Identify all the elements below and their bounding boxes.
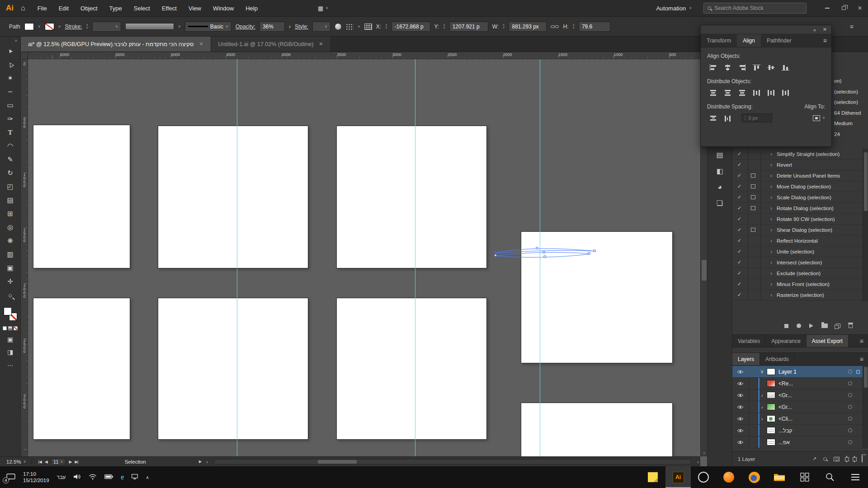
scroll-right-arrow[interactable]: › [696,459,700,465]
action-item[interactable]: ✓ › Delete Unused Panel Items [732,170,863,181]
action-check-icon[interactable]: ✓ [737,281,748,287]
action-check-icon[interactable]: ✓ [737,194,748,200]
expand-chevron-icon[interactable]: › [770,270,777,277]
x-stepper[interactable]: ∧∨ [385,24,387,29]
layer-row[interactable]: ...קבל [732,425,863,436]
visibility-toggle-icon[interactable] [732,440,748,445]
first-artboard-button[interactable]: |◀ [38,460,41,464]
action-check-icon[interactable]: ✓ [737,183,748,189]
panel-flyout-icon[interactable]: ≡ [823,37,831,44]
artboard[interactable] [158,298,308,440]
align-options-icon[interactable] [346,23,354,30]
layers-scrollbar[interactable] [863,366,868,448]
panel-flyout-icon[interactable]: ≡ [860,338,868,345]
chevron-down-icon[interactable]: ∨ [58,25,61,28]
artboard[interactable] [336,298,487,440]
expand-chevron-icon[interactable]: ∨ [759,369,765,375]
action-check-icon[interactable]: ✓ [737,216,748,222]
type-tool[interactable]: T [0,126,21,139]
direct-selection-tool[interactable]: ▷ [0,58,21,71]
record-action-button[interactable] [797,324,801,328]
y-field[interactable]: 1207.921 p [449,22,488,32]
opacity-flyout-icon[interactable]: › [289,23,291,30]
expand-chevron-icon[interactable]: › [770,205,777,211]
panel-tab[interactable]: Pathfinder [761,34,797,47]
stroke-label[interactable]: Stroke: [65,23,82,30]
symbols-panel-icon[interactable]: ◕ [717,183,722,191]
layer-name[interactable]: <Cli... [778,416,848,422]
artboard[interactable] [158,126,308,268]
scroll-down-arrow[interactable]: ∨ [701,450,708,456]
panel-flyout-icon[interactable]: ≡ [860,356,868,363]
paintbrush-tool[interactable]: ✑ [0,112,21,126]
panel-tab[interactable]: Variables [732,335,766,347]
blend-tool[interactable]: ◎ [0,221,21,234]
target-circle-icon[interactable] [848,370,852,374]
action-item[interactable]: ✓ › Minus Front (selection) [732,279,863,290]
stroke-weight-stepper[interactable]: ∧∨ [86,24,88,29]
horizontal-scrollbar[interactable] [214,459,691,465]
pencil-tool[interactable]: ✎ [0,153,21,166]
action-item[interactable]: ✓ › Rotate 90 CW (selection) [732,214,863,225]
artboard[interactable] [33,298,130,440]
file-explorer-icon[interactable] [767,466,792,488]
circular-app-icon[interactable] [691,466,716,488]
w-field[interactable]: 881.293 px [509,22,547,32]
action-check-icon[interactable]: ✓ [737,205,748,211]
zoom-level-select[interactable]: 12.5%∨ [6,459,26,465]
dist-bottom[interactable] [736,88,748,98]
chevron-down-icon[interactable]: ∨ [178,25,181,28]
document-tab[interactable]: Untitled-1.ai @ 17.02% (RGB/Outline) ✕ [211,37,331,52]
action-check-icon[interactable]: ✓ [737,227,748,233]
expand-chevron-icon[interactable]: › [770,227,777,233]
panel-tab[interactable]: Align [737,34,761,47]
menu-item[interactable]: Type [104,5,128,12]
transform-options-icon[interactable] [364,23,372,30]
menu-item[interactable]: View [183,5,207,12]
dialog-toggle-icon[interactable] [751,228,755,232]
align-top[interactable] [750,62,762,72]
action-item[interactable]: ✓ › Rasterize (selection) [732,290,863,300]
action-item-fragment[interactable]: 24 [834,131,840,137]
clipping-mask-icon[interactable] [834,457,840,461]
dialog-toggle-icon[interactable] [751,174,755,178]
search-input[interactable]: Search Adobe Stock [703,3,807,14]
new-sublayer-icon[interactable] [846,456,847,462]
action-item-fragment[interactable]: (selection) [834,89,858,94]
expand-chevron-icon[interactable]: › [759,404,765,410]
zoom-tool[interactable]: ○ [0,288,21,302]
expand-chevron-icon[interactable]: › [770,173,777,179]
layer-row[interactable]: › <Gr... [732,401,863,413]
fill-stroke-indicator[interactable] [4,307,17,321]
expand-chevron-icon[interactable]: › [770,238,777,244]
artboard[interactable] [336,126,487,268]
w-stepper[interactable]: ∧∨ [503,24,505,29]
panel-tab[interactable]: Asset Export [807,335,849,347]
action-item-fragment[interactable]: (selection) [834,99,858,105]
layer-row[interactable]: › <Cli... [732,413,863,425]
orange-app-icon[interactable] [716,466,741,488]
expand-chevron-icon[interactable]: › [770,292,777,298]
action-item[interactable]: ✓ › Reflect Horizontal [732,235,863,246]
menu-item[interactable]: Select [128,5,156,12]
visibility-toggle-icon[interactable] [732,381,748,386]
panel-tab[interactable]: Artboards [760,353,795,365]
delete-layer-icon[interactable] [862,456,863,462]
expand-chevron-icon[interactable]: › [770,216,777,222]
play-action-button[interactable] [809,324,813,328]
menu-item[interactable]: Edit [53,5,75,12]
layers-scrollbar-thumb[interactable] [864,367,868,388]
action-item[interactable]: ✓ › Simplify Straight (selection) [732,149,863,160]
home-icon[interactable]: ⌂ [21,4,25,12]
status-flyout-icon[interactable]: ▶ [199,460,202,464]
space-v[interactable] [707,113,719,123]
scroll-left-arrow[interactable]: ‹ [205,459,209,465]
actions-scrollbar[interactable] [863,149,868,301]
target-circle-icon[interactable] [848,405,852,409]
expand-chevron-icon[interactable]: › [770,281,777,287]
action-check-icon[interactable]: ✓ [737,249,748,254]
arc-tool[interactable]: ◠ [0,139,21,153]
visibility-toggle-icon[interactable] [732,428,748,433]
color-panel-icon[interactable]: ◧ [716,167,723,175]
target-circle-icon[interactable] [848,417,852,421]
